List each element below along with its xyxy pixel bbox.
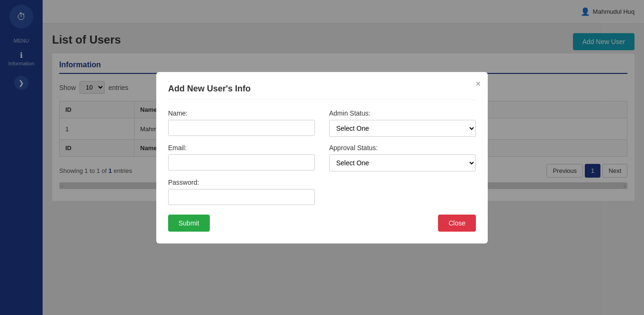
admin-status-group: Admin Status: Select One Admin User bbox=[329, 109, 476, 137]
name-label: Name: bbox=[168, 109, 315, 117]
submit-button[interactable]: Submit bbox=[168, 215, 210, 232]
email-field-group: Email: bbox=[168, 144, 315, 171]
name-field-group: Name: bbox=[168, 109, 315, 137]
modal-title: Add New User's Info bbox=[168, 84, 476, 100]
approval-status-label: Approval Status: bbox=[329, 144, 476, 152]
modal-body: Name: Admin Status: Select One Admin Use… bbox=[168, 109, 476, 205]
email-input[interactable] bbox=[168, 154, 315, 171]
admin-status-select[interactable]: Select One Admin User bbox=[329, 120, 476, 137]
password-input[interactable] bbox=[168, 189, 315, 205]
modal-close-button[interactable]: × bbox=[475, 79, 481, 89]
admin-status-label: Admin Status: bbox=[329, 109, 476, 117]
modal-overlay: Add New User's Info × Name: Admin Status… bbox=[0, 0, 644, 315]
email-label: Email: bbox=[168, 144, 315, 152]
password-label: Password: bbox=[168, 179, 315, 186]
modal: Add New User's Info × Name: Admin Status… bbox=[156, 72, 488, 243]
close-modal-button[interactable]: Close bbox=[438, 215, 476, 232]
password-field-group: Password: bbox=[168, 179, 315, 205]
name-input[interactable] bbox=[168, 120, 315, 136]
approval-status-group: Approval Status: Select One Approved Pen… bbox=[329, 144, 476, 171]
modal-footer: Submit Close bbox=[168, 215, 476, 232]
approval-status-select[interactable]: Select One Approved Pending Rejected bbox=[329, 154, 476, 171]
